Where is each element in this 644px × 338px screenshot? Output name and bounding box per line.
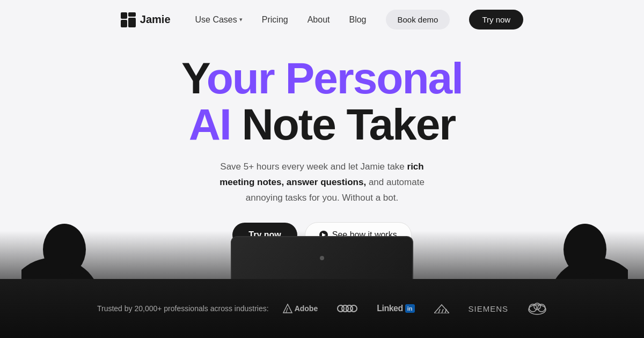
linkedin-text: Linked	[377, 304, 403, 313]
phone-screen	[232, 237, 412, 279]
nav-pricing[interactable]: Pricing	[262, 15, 288, 25]
trusted-bar-content: Trusted by 20,000+ professionals across …	[97, 302, 547, 315]
brand-siemens: SIEMENS	[469, 304, 509, 313]
subtitle-bold: rich meeting notes, answer questions,	[219, 161, 424, 187]
phone-mockup	[231, 236, 413, 279]
phone-camera-dot	[320, 256, 324, 260]
title-line-1: Your Personal	[181, 55, 463, 101]
hero-subtitle: Save 5+ hours every week and let Jamie t…	[209, 159, 435, 206]
silhouette-left-svg	[21, 220, 107, 279]
svg-point-17	[534, 303, 540, 310]
title-note-taker: Note Taker	[231, 100, 456, 149]
logo-text: Jamie	[140, 13, 171, 26]
audi-ring-4	[350, 305, 357, 312]
adobe-icon	[283, 304, 292, 313]
nav-about[interactable]: About	[308, 15, 330, 25]
hero-title: Your Personal AI Note Taker	[181, 55, 463, 148]
salesforce-icon	[528, 302, 547, 315]
siemens-label: SIEMENS	[469, 304, 509, 313]
svg-line-12	[442, 309, 443, 313]
title-ai: AI	[189, 100, 231, 149]
title-our-personal: our Personal	[207, 54, 463, 102]
chevron-down-icon: ▾	[239, 16, 243, 23]
svg-rect-3	[121, 20, 127, 27]
trusted-text: Trusted by 20,000+ professionals across …	[97, 304, 269, 313]
silhouette-right-svg	[542, 220, 628, 279]
nav-use-cases[interactable]: Use Cases ▾	[195, 15, 243, 25]
nav-blog[interactable]: Blog	[349, 15, 366, 25]
trusted-bar: Trusted by 20,000+ professionals across …	[0, 279, 644, 338]
svg-rect-0	[121, 12, 127, 19]
brand-salesforce	[528, 302, 547, 315]
silhouette-left	[21, 220, 107, 279]
adobe-label: Adobe	[295, 304, 318, 313]
silhouette-right	[542, 220, 628, 279]
brand-adobe: Adobe	[283, 304, 318, 313]
linkedin-in-box: in	[405, 304, 415, 313]
brand-adidas	[434, 304, 449, 313]
svg-line-11	[438, 309, 440, 313]
try-now-nav-button[interactable]: Try now	[469, 10, 523, 30]
svg-line-9	[286, 308, 288, 313]
brand-linkedin: Linked in	[377, 304, 414, 313]
audi-rings	[337, 305, 357, 312]
title-line-2: AI Note Taker	[181, 101, 463, 148]
adidas-icon	[434, 304, 449, 313]
brand-logos: Adobe Linked in	[283, 302, 547, 315]
svg-point-5	[43, 224, 86, 275]
logo-icon	[121, 12, 136, 27]
book-demo-button[interactable]: Book demo	[386, 10, 450, 30]
nav-inner: Jamie Use Cases ▾ Pricing About Blog Boo…	[121, 10, 523, 30]
svg-marker-10	[434, 305, 449, 313]
logo[interactable]: Jamie	[121, 12, 171, 27]
navigation: Jamie Use Cases ▾ Pricing About Blog Boo…	[0, 0, 644, 39]
brand-audi	[337, 305, 357, 312]
svg-rect-2	[128, 18, 136, 27]
svg-rect-1	[128, 12, 136, 17]
title-y: Y	[181, 54, 207, 102]
svg-point-7	[564, 224, 606, 275]
